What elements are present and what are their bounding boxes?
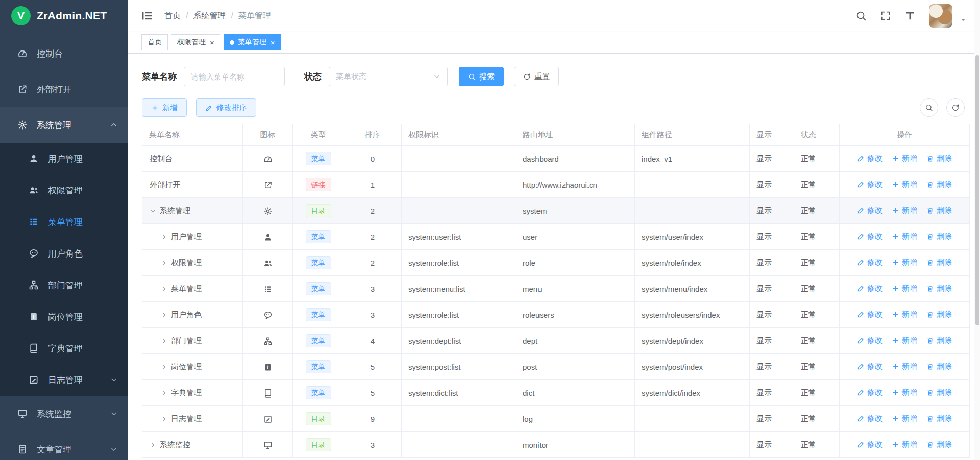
cell-route: roleusers — [516, 302, 635, 328]
sidebar-item-monitor[interactable]: 系统监控 — [0, 396, 128, 431]
table-row[interactable]: 控制台 菜单 0 dashboard index_v1 显示 正常 修改新增删除 — [142, 146, 970, 172]
toggle-search-button[interactable] — [920, 98, 938, 117]
sidebar-toggle-button[interactable] — [141, 10, 153, 22]
plus-icon — [892, 259, 899, 266]
modify-sort-button[interactable]: 修改排序 — [196, 98, 256, 117]
search-icon[interactable] — [855, 10, 867, 21]
cell-component: system/post/index — [635, 354, 750, 380]
tab[interactable]: 菜单管理 × — [224, 34, 281, 50]
fullscreen-icon[interactable] — [880, 10, 891, 21]
edit-link[interactable]: 修改 — [857, 388, 883, 397]
delete-link[interactable]: 删除 — [926, 258, 952, 267]
table-row[interactable]: 岗位管理 菜单 5 system:post:list post system/p… — [142, 354, 970, 380]
add-link[interactable]: 新增 — [892, 440, 917, 449]
sidebar-item-users[interactable]: 权限管理 — [0, 174, 128, 206]
sidebar-item-gear[interactable]: 系统管理 — [0, 107, 128, 143]
breadcrumb-item[interactable]: 系统管理 — [193, 11, 226, 21]
search-button[interactable]: 搜索 — [459, 67, 504, 86]
avatar[interactable] — [929, 4, 952, 28]
delete-link[interactable]: 删除 — [926, 154, 952, 163]
breadcrumb-item[interactable]: 首页 — [164, 11, 181, 21]
delete-link[interactable]: 删除 — [926, 414, 952, 423]
chevron-right-icon[interactable] — [161, 364, 167, 370]
chevron-right-icon[interactable] — [161, 260, 167, 266]
table-row[interactable]: 部门管理 菜单 4 system:dept:list dept system/d… — [142, 328, 970, 354]
sidebar-item-article[interactable]: 文章管理 — [0, 431, 128, 460]
delete-link[interactable]: 删除 — [926, 206, 952, 215]
tab-label: 权限管理 — [177, 38, 206, 47]
edit-link[interactable]: 修改 — [857, 154, 883, 163]
table-row[interactable]: 用户管理 菜单 2 system:user:list user system/u… — [142, 224, 970, 250]
chevron-right-icon[interactable] — [161, 416, 167, 422]
delete-link[interactable]: 删除 — [926, 388, 952, 397]
delete-link[interactable]: 删除 — [926, 310, 952, 319]
table-row[interactable]: 日志管理 目录 9 log 显示 正常 修改新增删除 — [142, 406, 970, 432]
status-select[interactable]: 菜单状态 — [329, 67, 448, 86]
add-link[interactable]: 新增 — [892, 232, 917, 241]
close-icon[interactable]: × — [210, 39, 214, 46]
chevron-right-icon[interactable] — [161, 338, 167, 344]
sidebar-item-org-tree[interactable]: 部门管理 — [0, 269, 128, 301]
edit-link[interactable]: 修改 — [857, 258, 883, 267]
chevron-right-icon[interactable] — [150, 442, 156, 448]
add-link[interactable]: 新增 — [892, 154, 917, 163]
add-link[interactable]: 新增 — [892, 414, 917, 423]
menu-name-input[interactable] — [184, 67, 285, 86]
font-size-icon[interactable] — [904, 10, 916, 21]
add-link[interactable]: 新增 — [892, 284, 917, 293]
caret-down-icon[interactable] — [960, 16, 967, 23]
table-row[interactable]: 用户角色 菜单 3 system:role:list roleusers sys… — [142, 302, 970, 328]
chevron-right-icon[interactable] — [161, 286, 167, 292]
edit-link[interactable]: 修改 — [857, 362, 883, 371]
close-icon[interactable]: × — [271, 39, 275, 46]
table-row[interactable]: 字典管理 菜单 5 system:dict:list dict system/d… — [142, 380, 970, 406]
chevron-right-icon[interactable] — [161, 234, 167, 240]
table-row[interactable]: 菜单管理 菜单 3 system:menu:list menu system/m… — [142, 276, 970, 302]
edit-link[interactable]: 修改 — [857, 440, 883, 449]
tab[interactable]: 首页 — [141, 34, 168, 50]
chevron-right-icon[interactable] — [161, 312, 167, 318]
sidebar-item-external-link[interactable]: 外部打开 — [0, 71, 128, 107]
table-row[interactable]: 权限管理 菜单 2 system:role:list role system/r… — [142, 250, 970, 276]
cell-route: system — [516, 198, 635, 224]
add-link[interactable]: 新增 — [892, 180, 917, 189]
add-link[interactable]: 新增 — [892, 388, 917, 397]
delete-link[interactable]: 删除 — [926, 284, 952, 293]
sidebar-item-log[interactable]: 日志管理 — [0, 364, 128, 396]
add-link[interactable]: 新增 — [892, 362, 917, 371]
delete-link[interactable]: 删除 — [926, 362, 952, 371]
edit-link[interactable]: 修改 — [857, 232, 883, 241]
add-link[interactable]: 新增 — [892, 206, 917, 215]
edit-link[interactable]: 修改 — [857, 310, 883, 319]
delete-link[interactable]: 删除 — [926, 336, 952, 345]
refresh-table-button[interactable] — [946, 98, 965, 117]
sidebar-item-list[interactable]: 菜单管理 — [0, 206, 128, 238]
delete-link[interactable]: 删除 — [926, 440, 952, 449]
chevron-down-icon[interactable] — [150, 208, 156, 214]
add-button[interactable]: 新增 — [142, 98, 187, 117]
cell-type: 目录 — [293, 198, 344, 224]
sidebar-item-user[interactable]: 用户管理 — [0, 143, 128, 174]
sidebar-item-dashboard[interactable]: 控制台 — [0, 36, 128, 71]
edit-link[interactable]: 修改 — [857, 414, 883, 423]
add-link[interactable]: 新增 — [892, 310, 917, 319]
table-row[interactable]: 系统管理 目录 2 system 显示 正常 修改新增删除 — [142, 198, 970, 224]
edit-link[interactable]: 修改 — [857, 180, 883, 189]
add-link[interactable]: 新增 — [892, 336, 917, 345]
tab[interactable]: 权限管理 × — [171, 34, 220, 50]
sidebar-item-user-role[interactable]: 用户角色 — [0, 238, 128, 269]
sidebar-item-dictionary[interactable]: 字典管理 — [0, 333, 128, 364]
delete-link[interactable]: 删除 — [926, 232, 952, 241]
edit-link[interactable]: 修改 — [857, 206, 883, 215]
reset-button[interactable]: 重置 — [514, 67, 559, 86]
table-row[interactable]: 外部打开 链接 1 http://www.izhaorui.cn 显示 正常 修… — [142, 172, 970, 198]
chevron-right-icon[interactable] — [161, 390, 167, 396]
edit-link[interactable]: 修改 — [857, 284, 883, 293]
delete-link[interactable]: 删除 — [926, 180, 952, 189]
scrollbar-thumb[interactable] — [975, 55, 979, 325]
sidebar-item-post-badge[interactable]: 岗位管理 — [0, 301, 128, 333]
table-row[interactable]: 系统监控 目录 3 monitor 显示 正常 修改新增删除 — [142, 432, 970, 458]
edit-link[interactable]: 修改 — [857, 336, 883, 345]
add-link[interactable]: 新增 — [892, 258, 917, 267]
page-scrollbar[interactable] — [974, 0, 980, 460]
